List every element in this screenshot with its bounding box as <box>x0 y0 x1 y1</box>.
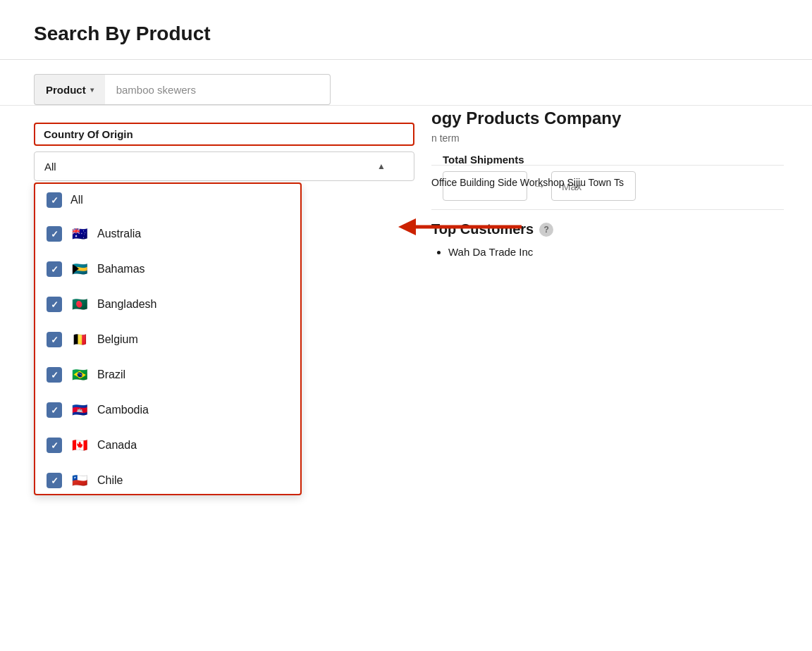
flag-brazil: 🇧🇷 <box>70 366 89 384</box>
right-panel: ogy Products Company n term Office Build… <box>403 92 812 279</box>
checkbox-canada[interactable]: ✓ <box>47 438 62 453</box>
flag-australia: 🇦🇺 <box>70 225 89 243</box>
country-item-australia[interactable]: ✓ 🇦🇺 Australia <box>35 216 300 252</box>
chevron-down-icon: ▾ <box>90 86 94 94</box>
svg-marker-1 <box>398 218 416 235</box>
address-text: Office Building Side Workshop Sijiu Town… <box>431 177 784 188</box>
country-label-cambodia: Cambodia <box>97 404 149 416</box>
header-section: Search By Product <box>0 0 812 60</box>
flag-belgium: 🇧🇪 <box>70 330 89 349</box>
red-arrow-annotation <box>391 213 532 241</box>
country-label-brazil: Brazil <box>97 368 125 381</box>
checkmark-icon: ✓ <box>51 299 59 310</box>
company-name: ogy Products Company <box>431 108 784 128</box>
checkmark-icon: ✓ <box>51 476 59 486</box>
chevron-up-icon: ▲ <box>377 161 386 171</box>
product-type-label: Product <box>46 84 86 96</box>
checkmark-icon: ✓ <box>51 195 59 206</box>
country-item-canada[interactable]: ✓ 🇨🇦 Canada <box>35 428 300 463</box>
red-arrow-svg <box>391 213 532 241</box>
checkbox-brazil[interactable]: ✓ <box>47 367 62 383</box>
country-item-bahamas[interactable]: ✓ 🇧🇸 Bahamas <box>35 252 300 287</box>
country-filter-label: Country Of Origin <box>34 123 414 146</box>
checkbox-belgium[interactable]: ✓ <box>47 332 62 347</box>
help-icon[interactable]: ? <box>539 223 553 237</box>
country-item-bangladesh[interactable]: ✓ 🇧🇩 Bangladesh <box>35 287 300 322</box>
flag-bahamas: 🇧🇸 <box>70 260 89 278</box>
page-title: Search By Product <box>34 23 778 45</box>
customer-item: Wah Da Trade Inc <box>448 246 784 258</box>
country-item-chile[interactable]: ✓ 🇨🇱 Chile <box>35 463 300 494</box>
divider-2 <box>431 209 784 210</box>
page-container: Search By Product Product ▾ Country Of O… <box>0 0 812 651</box>
country-filter-group: Country Of Origin All ▲ ✓ All <box>34 123 414 181</box>
checkmark-icon: ✓ <box>51 370 59 380</box>
checkbox-all[interactable]: ✓ <box>47 192 62 208</box>
country-label-belgium: Belgium <box>97 333 138 346</box>
country-selected-value: All <box>44 161 56 173</box>
country-label-bangladesh: Bangladesh <box>97 298 157 311</box>
country-select-wrapper: All ▲ ✓ All <box>34 151 414 181</box>
checkbox-bahamas[interactable]: ✓ <box>47 261 62 277</box>
search-input[interactable] <box>105 74 331 105</box>
customer-list: Wah Da Trade Inc <box>431 246 784 258</box>
country-label-australia: Australia <box>97 228 141 240</box>
checkbox-cambodia[interactable]: ✓ <box>47 402 62 418</box>
checkmark-icon: ✓ <box>51 405 59 416</box>
country-item-brazil[interactable]: ✓ 🇧🇷 Brazil <box>35 357 300 392</box>
flag-chile: 🇨🇱 <box>70 471 89 490</box>
country-item-all[interactable]: ✓ All <box>35 184 300 216</box>
customer-name: Wah Da Trade Inc <box>448 246 533 258</box>
country-select-display[interactable]: All ▲ <box>34 151 414 181</box>
search-term-text: n term <box>431 132 784 144</box>
checkbox-bangladesh[interactable]: ✓ <box>47 297 62 312</box>
country-item-cambodia[interactable]: ✓ 🇰🇭 Cambodia <box>35 392 300 428</box>
checkmark-icon: ✓ <box>51 264 59 275</box>
country-label-all: All <box>70 194 83 206</box>
checkmark-icon: ✓ <box>51 440 59 451</box>
country-label-chile: Chile <box>97 474 123 487</box>
divider-1 <box>431 165 784 166</box>
country-dropdown-list: ✓ All ✓ 🇦🇺 Australia <box>34 182 302 495</box>
country-label-canada: Canada <box>97 439 137 452</box>
country-label-bahamas: Bahamas <box>97 263 145 275</box>
flag-bangladesh: 🇧🇩 <box>70 295 89 314</box>
checkbox-chile[interactable]: ✓ <box>47 473 62 488</box>
country-dropdown-scroll[interactable]: ✓ All ✓ 🇦🇺 Australia <box>35 184 300 494</box>
country-item-belgium[interactable]: ✓ 🇧🇪 Belgium <box>35 322 300 357</box>
product-type-button[interactable]: Product ▾ <box>34 74 105 105</box>
flag-canada: 🇨🇦 <box>70 436 89 454</box>
flag-cambodia: 🇰🇭 <box>70 401 89 419</box>
checkmark-icon: ✓ <box>51 229 59 240</box>
checkmark-icon: ✓ <box>51 335 59 345</box>
checkbox-australia[interactable]: ✓ <box>47 226 62 242</box>
